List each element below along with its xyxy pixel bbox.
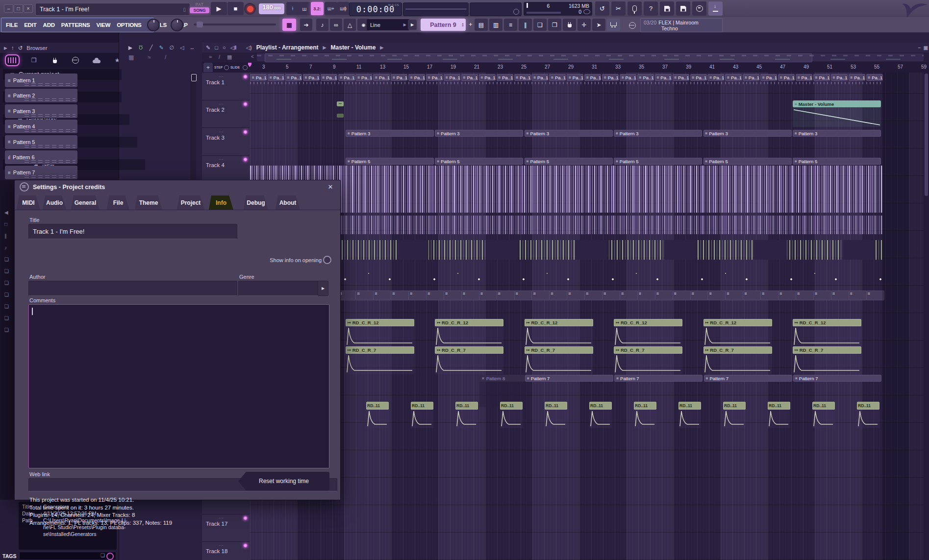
clip-pattern1[interactable]: ≡Pa..1: [707, 74, 724, 81]
clip-rd-c-r-7[interactable]: ↦RD_C_R_7: [614, 346, 682, 374]
pattern-list-item[interactable]: ≡Pattern 5: [5, 135, 77, 149]
audio-waveform-band[interactable]: [250, 166, 882, 213]
clip-pattern5[interactable]: ≡Pattern 5: [793, 158, 881, 165]
track-header-17[interactable]: ...Track 17: [202, 514, 250, 542]
clip-master-volume[interactable]: ~Master - Volume: [793, 100, 881, 127]
clip-pattern1[interactable]: ≡Pa..1: [655, 74, 672, 81]
clip-pattern1[interactable]: ≡Pa..1: [690, 74, 707, 81]
clip-rd-c-r-12[interactable]: ↦RD_C_R_12: [525, 319, 593, 347]
clip-rd-11[interactable]: RD..11: [723, 402, 746, 428]
clip-tiny-pattern[interactable]: ≡: [408, 291, 427, 300]
add-pattern-button[interactable]: +: [469, 21, 473, 28]
pat-song-toggle[interactable]: PAT SONG: [190, 2, 209, 16]
menu-item-file[interactable]: FILE: [6, 22, 18, 28]
clip-tiny-pattern[interactable]: ≡: [461, 291, 479, 300]
time-display[interactable]: M:S:CS 0:00:00: [349, 2, 402, 16]
shop-icon[interactable]: [607, 19, 620, 31]
loop-record-icon[interactable]: 3.2:: [311, 2, 324, 15]
track-header-1[interactable]: ...Track 1: [202, 73, 250, 100]
main-volume-knob[interactable]: [147, 19, 160, 31]
pat-label[interactable]: PAT: [190, 2, 209, 7]
clip-rd-11[interactable]: RD..11: [500, 402, 523, 428]
folder-icon[interactable]: ❏: [4, 316, 9, 321]
song-label[interactable]: SONG: [190, 7, 209, 13]
remote-icon[interactable]: ✛: [577, 19, 591, 31]
clip-tiny-pattern[interactable]: ≡: [637, 291, 655, 300]
multilink-icon[interactable]: шϕ: [337, 2, 350, 15]
download-icon[interactable]: [708, 1, 723, 16]
track-grip[interactable]: ...: [219, 542, 224, 547]
save-icon[interactable]: [660, 1, 674, 16]
genre-dropdown-icon[interactable]: ▶: [318, 281, 328, 296]
clip-pattern1[interactable]: ≡Pa..1: [514, 74, 531, 81]
playlist-view-tabs[interactable]: ≈ / ▦: [209, 54, 232, 60]
plugin-picker-icon[interactable]: ❐: [548, 19, 561, 31]
automation-tab-icon[interactable]: /: [165, 54, 166, 61]
pattern-spinner-icon[interactable]: ▲▼: [461, 23, 464, 27]
browser-icon[interactable]: ❏: [533, 19, 547, 31]
undo-icon[interactable]: ↺: [595, 1, 609, 16]
breadcrumb-target[interactable]: Master - Volume: [331, 44, 376, 51]
typing-keyboard-icon[interactable]: ш+: [325, 2, 337, 15]
playlist-icon[interactable]: ▤: [475, 19, 488, 31]
tab-audio[interactable]: Audio: [43, 195, 66, 210]
clip-tiny-pattern[interactable]: ≡: [707, 291, 726, 300]
metronome-bell-icon[interactable]: △: [344, 19, 356, 31]
note-slide-icon[interactable]: ♪: [316, 19, 328, 31]
wait-icon[interactable]: ш: [298, 2, 311, 15]
step-toggle[interactable]: [224, 65, 229, 70]
breadcrumb[interactable]: Playlist - Arrangement: [256, 44, 319, 51]
gate-markers-band[interactable]: [250, 240, 882, 260]
cut-icon[interactable]: ✂: [611, 1, 626, 16]
clip-pattern1[interactable]: ≡Pa..1: [408, 74, 425, 81]
clip-tiny-pattern[interactable]: ≡: [778, 291, 796, 300]
playback-marker-strip[interactable]: [403, 2, 469, 16]
close-icon[interactable]: ×: [24, 4, 33, 13]
comments-field[interactable]: [28, 304, 329, 468]
menu-item-edit[interactable]: EDIT: [24, 22, 36, 28]
tab-debug[interactable]: Debug: [244, 195, 268, 210]
clip-tiny-pattern[interactable]: ≡: [743, 291, 761, 300]
tab-project[interactable]: Project: [177, 195, 204, 210]
tab-file[interactable]: File: [107, 195, 129, 210]
pattern-list-item[interactable]: ılPattern 6: [5, 150, 77, 164]
clip-pattern1[interactable]: ≡Pa..1: [497, 74, 513, 81]
clip-pattern7[interactable]: ≡Pattern 7: [614, 375, 703, 382]
track-grip[interactable]: ...: [219, 128, 224, 133]
close-icon[interactable]: ✕: [326, 183, 334, 191]
clip-pattern3[interactable]: ≡Pattern 3: [435, 130, 523, 137]
clip-mini-marker[interactable]: [337, 114, 344, 118]
clip-pattern1[interactable]: ≡Pa..1: [373, 74, 390, 81]
clip-tiny-pattern[interactable]: ≡: [531, 291, 550, 300]
clip-pattern5[interactable]: ≡Pattern 5: [703, 158, 792, 165]
clip-rd-11[interactable]: RD..11: [589, 402, 612, 428]
track-header-2[interactable]: ...Track 2: [202, 100, 250, 128]
clip-pattern7[interactable]: ≡Pattern 7: [525, 375, 613, 382]
track-header-4[interactable]: ...Track 4: [202, 155, 250, 183]
mute-icon[interactable]: ◁: [177, 43, 187, 52]
pattern-selector[interactable]: Pattern 9 ▲▼: [421, 19, 466, 31]
clip-pattern7[interactable]: ≡Pattern 7: [793, 375, 881, 382]
tab-about[interactable]: About: [276, 195, 300, 210]
square-icon[interactable]: □: [4, 221, 7, 227]
steps-tab-icon[interactable]: ▦: [128, 54, 134, 61]
clip-pattern3[interactable]: ≡Pattern 3: [346, 130, 434, 137]
up-icon[interactable]: ↑: [11, 45, 14, 51]
folder-icon[interactable]: ❏: [4, 257, 9, 262]
piano-roll-icon[interactable]: ▥: [489, 19, 502, 31]
tab-general[interactable]: General: [71, 195, 100, 210]
channel-rack-icon[interactable]: ≡: [504, 19, 517, 31]
speaker-icon[interactable]: ◁): [246, 45, 252, 51]
clip-tiny-pattern[interactable]: ≡: [338, 291, 356, 300]
pattern-scrollbar-thumb[interactable]: [191, 74, 197, 81]
clip-pattern1[interactable]: ≡Pa..1: [725, 74, 742, 81]
author-field[interactable]: [28, 281, 237, 296]
clip-pattern1[interactable]: ≡Pa..1: [831, 74, 848, 81]
minimize-icon[interactable]: –: [4, 4, 13, 13]
clip-rd-c-r-7[interactable]: ↦RD_C_R_7: [525, 346, 593, 374]
expand-icon[interactable]: ▶: [126, 43, 135, 52]
main-pitch-knob[interactable]: [171, 19, 183, 31]
tab-midi[interactable]: MIDI: [17, 195, 40, 210]
restore-icon[interactable]: □: [14, 4, 23, 13]
clip-rd-c-r-7[interactable]: ↦RD_C_R_7: [346, 346, 414, 374]
